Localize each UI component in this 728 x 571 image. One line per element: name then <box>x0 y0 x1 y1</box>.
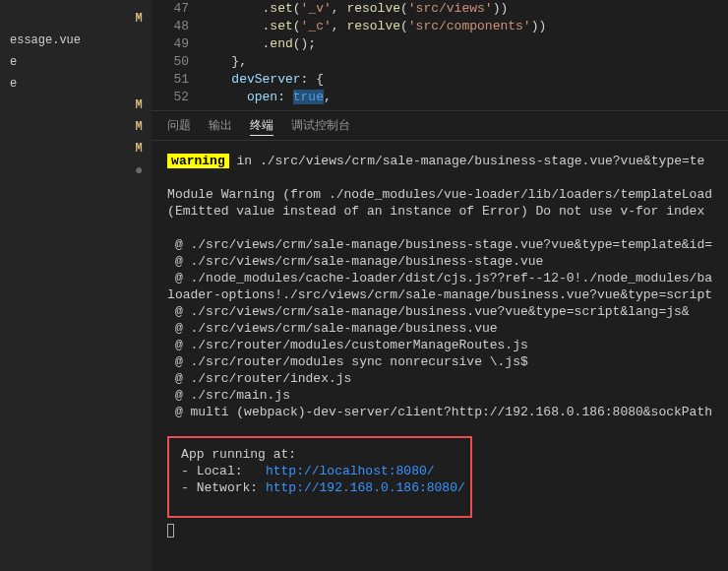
file-item[interactable]: M <box>0 95 152 116</box>
file-item[interactable]: M <box>0 8 152 30</box>
warning-badge: warning <box>167 154 229 168</box>
file-explorer-sidebar: M essage.vue e e M M M ● <box>0 0 152 571</box>
code-content[interactable]: .set('_v', resolve('src/views')) .set('_… <box>201 0 728 110</box>
file-item[interactable]: e <box>0 73 152 95</box>
line-gutter: 47 48 49 50 51 52 <box>152 0 201 110</box>
main-area: 47 48 49 50 51 52 .set('_v', resolve('sr… <box>152 0 728 571</box>
tab-problems[interactable]: 问题 <box>167 117 191 134</box>
panel-tabs: 问题 输出 终端 调试控制台 <box>152 110 728 141</box>
tab-output[interactable]: 输出 <box>209 117 232 134</box>
code-editor[interactable]: 47 48 49 50 51 52 .set('_v', resolve('sr… <box>152 0 728 110</box>
terminal-panel[interactable]: warning in ./src/views/crm/sale-manage/b… <box>152 141 728 571</box>
file-item[interactable]: e <box>0 51 152 73</box>
file-item[interactable]: essage.vue <box>0 30 152 51</box>
tab-terminal[interactable]: 终端 <box>250 117 273 134</box>
local-url[interactable]: http://localhost:8080/ <box>266 464 435 478</box>
git-untracked-indicator: ● <box>126 162 152 178</box>
file-item[interactable]: ● <box>0 159 152 181</box>
highlight-box: App running at: - Local: http://localhos… <box>167 436 472 518</box>
git-modified-indicator: M <box>126 98 152 112</box>
tab-debug-console[interactable]: 调试控制台 <box>291 117 350 134</box>
network-url[interactable]: http://192.168.0.186:8080/ <box>266 480 465 495</box>
terminal-cursor <box>167 524 174 538</box>
git-modified-indicator: M <box>126 12 152 26</box>
git-modified-indicator: M <box>126 120 152 134</box>
app-running-title: App running at: <box>181 446 458 463</box>
file-item[interactable]: M <box>0 138 152 159</box>
file-item[interactable]: M <box>0 116 152 138</box>
git-modified-indicator: M <box>126 142 152 156</box>
